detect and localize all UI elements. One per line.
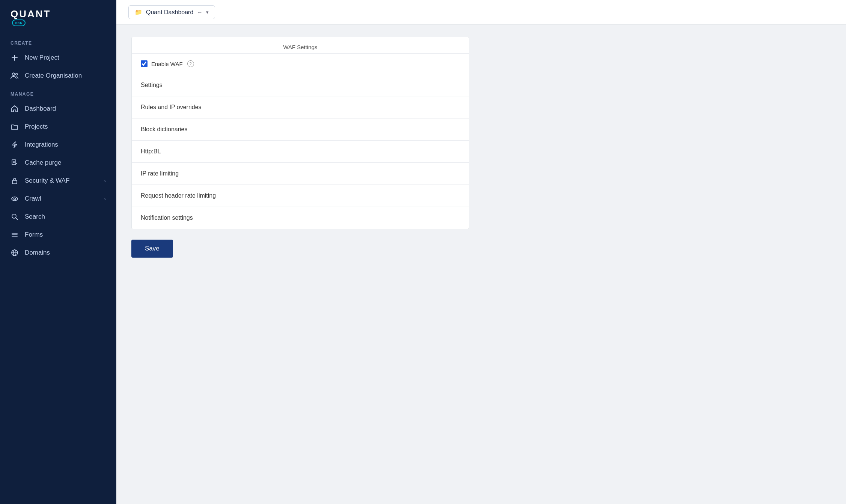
breadcrumb-label: Quant Dashboard xyxy=(146,9,193,16)
sidebar-item-security-waf[interactable]: Security & WAF › xyxy=(0,172,116,190)
waf-menu-item-label-settings: Settings xyxy=(141,82,163,88)
waf-menu-item-httpbl[interactable]: Http:BL xyxy=(132,141,469,163)
enable-waf-label[interactable]: Enable WAF xyxy=(151,61,183,67)
chevron-down-icon: ▾ xyxy=(206,9,209,15)
sidebar-item-search[interactable]: Search xyxy=(0,208,116,226)
breadcrumb-button[interactable]: 📁 Quant Dashboard ← ▾ xyxy=(128,5,215,19)
svg-point-11 xyxy=(12,214,16,218)
sidebar-item-label-forms: Forms xyxy=(25,231,43,238)
waf-menu-item-request-header-rate[interactable]: Request header rate limiting xyxy=(132,185,469,207)
sidebar-item-dashboard[interactable]: Dashboard xyxy=(0,100,116,118)
search-icon xyxy=(11,213,19,221)
enable-waf-row: Enable WAF ? xyxy=(132,54,469,74)
waf-card: WAF Settings Enable WAF ? Settings Rules… xyxy=(131,37,469,229)
sidebar-item-label-security-waf: Security & WAF xyxy=(25,177,69,184)
sidebar-item-label-crawl: Crawl xyxy=(25,195,41,202)
info-icon[interactable]: ? xyxy=(187,60,194,67)
waf-menu-item-label-httpbl: Http:BL xyxy=(141,148,161,155)
create-section-label: CREATE xyxy=(0,34,116,49)
manage-section-label: MANAGE xyxy=(0,85,116,100)
sidebar-item-label-projects: Projects xyxy=(25,123,48,130)
file-cache-icon xyxy=(11,159,19,167)
sidebar-item-crawl[interactable]: Crawl › xyxy=(0,190,116,208)
sidebar-item-create-organisation[interactable]: Create Organisation xyxy=(0,67,116,85)
waf-menu-item-label-block: Block dictionaries xyxy=(141,126,188,133)
logo-circle xyxy=(12,20,26,26)
sidebar-item-new-project[interactable]: New Project xyxy=(0,49,116,67)
folder-breadcrumb-icon: 📁 xyxy=(135,9,142,16)
svg-point-3 xyxy=(16,74,18,75)
content-area: WAF Settings Enable WAF ? Settings Rules… xyxy=(116,25,846,504)
svg-marker-4 xyxy=(12,142,17,148)
sidebar-item-label-new-project: New Project xyxy=(25,54,59,62)
sidebar-item-forms[interactable]: Forms xyxy=(0,226,116,244)
chevron-right-icon-crawl: › xyxy=(104,196,106,202)
main-content: 📁 Quant Dashboard ← ▾ WAF Settings Enabl… xyxy=(116,0,846,504)
waf-menu-item-label-notification: Notification settings xyxy=(141,214,193,221)
logo-box: QUANT xyxy=(11,9,51,26)
save-button[interactable]: Save xyxy=(131,240,173,258)
svg-point-10 xyxy=(14,198,16,200)
waf-menu-item-ip-rate-limiting[interactable]: IP rate limiting xyxy=(132,163,469,185)
plus-icon xyxy=(11,54,19,62)
enable-waf-checkbox[interactable] xyxy=(141,60,148,67)
home-icon xyxy=(11,105,19,113)
sidebar-item-label-create-organisation: Create Organisation xyxy=(25,72,82,80)
svg-rect-8 xyxy=(12,180,17,184)
lock-icon xyxy=(11,177,19,185)
svg-point-2 xyxy=(12,73,15,76)
sidebar-item-label-dashboard: Dashboard xyxy=(25,105,56,112)
waf-menu-item-label-rules: Rules and IP overrides xyxy=(141,104,202,111)
waf-menu-item-label-header-rate: Request header rate limiting xyxy=(141,192,216,199)
chevron-right-icon: › xyxy=(104,178,106,184)
sidebar-item-cache-purge[interactable]: Cache purge xyxy=(0,154,116,172)
logo: QUANT xyxy=(0,0,116,34)
sidebar-item-projects[interactable]: Projects xyxy=(0,118,116,136)
sidebar-item-integrations[interactable]: Integrations xyxy=(0,136,116,154)
sidebar-item-label-search: Search xyxy=(25,213,45,220)
sidebar-item-label-domains: Domains xyxy=(25,249,50,256)
folder-icon xyxy=(11,123,19,131)
sidebar: QUANT CREATE New Project Create Organisa… xyxy=(0,0,116,504)
svg-line-12 xyxy=(16,218,18,220)
bolt-icon xyxy=(11,141,19,149)
lines-icon xyxy=(11,231,19,239)
globe-icon xyxy=(11,249,19,257)
waf-menu-item-rules-ip-overrides[interactable]: Rules and IP overrides xyxy=(132,96,469,118)
back-arrow-icon: ← xyxy=(197,9,202,15)
waf-menu-item-block-dictionaries[interactable]: Block dictionaries xyxy=(132,118,469,141)
sidebar-item-label-cache-purge: Cache purge xyxy=(25,159,61,166)
sidebar-item-label-integrations: Integrations xyxy=(25,141,58,148)
topbar: 📁 Quant Dashboard ← ▾ xyxy=(116,0,846,25)
eye-icon xyxy=(11,195,19,203)
waf-menu-item-settings[interactable]: Settings xyxy=(132,74,469,96)
users-icon xyxy=(11,72,19,80)
svg-point-9 xyxy=(12,197,18,201)
sidebar-item-domains[interactable]: Domains xyxy=(0,244,116,262)
waf-menu-item-label-ip-rate: IP rate limiting xyxy=(141,170,179,177)
save-section: Save xyxy=(131,229,469,261)
waf-section-title: WAF Settings xyxy=(132,37,469,54)
logo-text: QUANT xyxy=(11,9,51,19)
waf-menu-item-notification-settings[interactable]: Notification settings xyxy=(132,207,469,229)
